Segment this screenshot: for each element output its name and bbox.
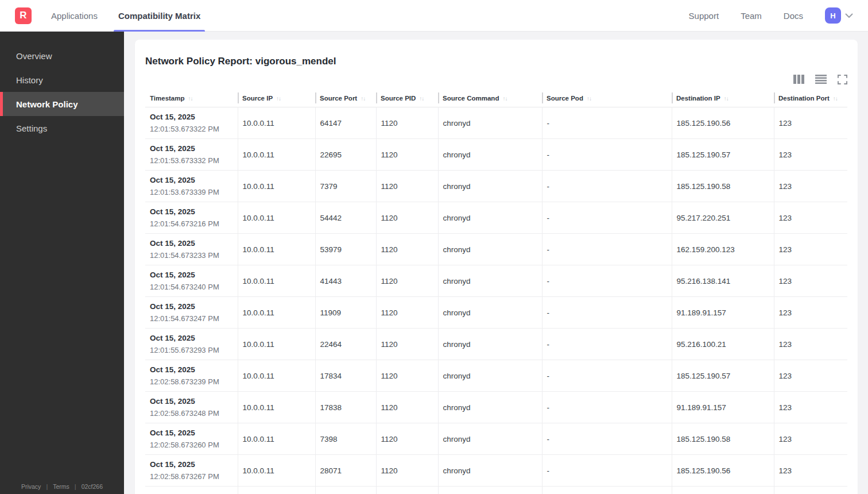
cell-source-ip: 10.0.0.11 bbox=[238, 423, 315, 455]
column-header-source-ip[interactable]: Source IP↑↓ bbox=[238, 92, 315, 107]
footer-divider: | bbox=[46, 483, 48, 490]
sidebar-item-settings[interactable]: Settings bbox=[0, 116, 124, 140]
cell-destination-ip: 95.216.100.21 bbox=[672, 329, 774, 360]
table-row: Oct 15, 2025 12:01:53.673322 PM 10.0.0.1… bbox=[145, 107, 847, 139]
chevron-down-icon[interactable] bbox=[845, 10, 853, 21]
table-row: Oct 15, 2025 12:01:54.673247 PM 10.0.0.1… bbox=[145, 297, 847, 329]
column-header-destination-port[interactable]: Destination Port↑↓ bbox=[774, 92, 847, 107]
sort-icon[interactable]: ↑↓ bbox=[188, 95, 193, 102]
column-header-source-command[interactable]: Source Command↑↓ bbox=[438, 92, 542, 107]
cell-destination-ip: 91.189.91.157 bbox=[672, 297, 774, 329]
cell-source-port: 54442 bbox=[315, 202, 376, 234]
privacy-link[interactable]: Privacy bbox=[21, 483, 41, 490]
cell-source-command: chronyd bbox=[438, 107, 542, 139]
column-header-timestamp[interactable]: Timestamp↑↓ bbox=[145, 92, 238, 107]
cell-source-pod: - bbox=[542, 329, 672, 360]
cell-source-pod: - bbox=[542, 202, 672, 234]
cell-source-ip: 10.0.0.11 bbox=[238, 392, 315, 423]
avatar[interactable]: H bbox=[825, 7, 841, 24]
cell-source-pid: 1120 bbox=[376, 360, 438, 392]
cell-source-pod: - bbox=[542, 171, 672, 202]
cell-timestamp: Oct 15, 2025 12:01:54.673247 PM bbox=[145, 297, 238, 329]
cell-source-pid: 1120 bbox=[376, 265, 438, 297]
terms-link[interactable]: Terms bbox=[53, 483, 69, 490]
column-label: Source IP bbox=[242, 95, 273, 102]
tab-compatibility-matrix[interactable]: Compatibility Matrix bbox=[118, 0, 200, 32]
cell-destination-port: 123 bbox=[774, 360, 847, 392]
cell-source-pod: - bbox=[542, 360, 672, 392]
column-header-source-pod[interactable]: Source Pod↑↓ bbox=[542, 92, 672, 107]
app-logo[interactable]: R bbox=[15, 7, 32, 24]
sort-icon[interactable]: ↑↓ bbox=[833, 95, 838, 102]
table-header: Timestamp↑↓ Source IP↑↓ Source Port↑↓ So… bbox=[145, 92, 847, 107]
top-navbar: R Applications Compatibility Matrix Supp… bbox=[0, 0, 868, 32]
navbar-right: Support Team Docs H bbox=[689, 7, 853, 24]
sidebar-item-network-policy[interactable]: Network Policy bbox=[0, 92, 124, 116]
table-row: Oct 15, 2025 12:02:58.673248 PM 10.0.0.1… bbox=[145, 392, 847, 423]
columns-view-icon[interactable] bbox=[793, 75, 804, 84]
sidebar-item-overview[interactable]: Overview bbox=[0, 44, 124, 68]
nav-link-docs[interactable]: Docs bbox=[784, 11, 803, 21]
user-menu[interactable]: H bbox=[825, 7, 853, 24]
cell-source-command: chronyd bbox=[438, 455, 542, 487]
column-label: Source PID bbox=[381, 95, 416, 102]
nav-link-support[interactable]: Support bbox=[689, 11, 719, 21]
cell-source-pid bbox=[376, 487, 438, 494]
sidebar-nav: Overview History Network Policy Settings bbox=[0, 44, 124, 140]
cell-source-ip: 10.0.0.11 bbox=[238, 139, 315, 171]
cell-source-pod: - bbox=[542, 423, 672, 455]
cell-timestamp: Oct 15, 2025 12:01:54.673216 PM bbox=[145, 202, 238, 234]
network-policy-table: Timestamp↑↓ Source IP↑↓ Source Port↑↓ So… bbox=[145, 92, 847, 494]
cell-source-pid: 1120 bbox=[376, 392, 438, 423]
cell-source-pid: 1120 bbox=[376, 202, 438, 234]
cell-source-port: 11909 bbox=[315, 297, 376, 329]
cell-source-pod bbox=[542, 487, 672, 494]
cell-destination-port: 123 bbox=[774, 297, 847, 329]
sort-icon[interactable]: ↑↓ bbox=[724, 95, 728, 102]
cell-source-command: chronyd bbox=[438, 171, 542, 202]
cell-source-ip: 10.0.0.11 bbox=[238, 265, 315, 297]
sidebar-item-history[interactable]: History bbox=[0, 68, 124, 92]
cell-source-port: 28071 bbox=[315, 455, 376, 487]
column-header-source-port[interactable]: Source Port↑↓ bbox=[315, 92, 376, 107]
cell-source-command: chronyd bbox=[438, 360, 542, 392]
list-view-icon[interactable] bbox=[815, 75, 827, 84]
sort-icon[interactable]: ↑↓ bbox=[502, 95, 507, 102]
build-id: 02cf266 bbox=[82, 483, 103, 490]
cell-timestamp: Oct 15, 2025 12:01:53.673339 PM bbox=[145, 171, 238, 202]
nav-link-team[interactable]: Team bbox=[741, 11, 762, 21]
table-row: Oct 15, 2025 12:01:54.673216 PM 10.0.0.1… bbox=[145, 202, 847, 234]
column-label: Destination IP bbox=[676, 95, 720, 102]
column-label: Timestamp bbox=[150, 95, 185, 102]
cell-source-pod: - bbox=[542, 297, 672, 329]
cell-destination-ip: 162.159.200.123 bbox=[672, 234, 774, 265]
tab-applications[interactable]: Applications bbox=[51, 0, 98, 32]
cell-source-pid: 1120 bbox=[376, 139, 438, 171]
sort-icon[interactable]: ↑↓ bbox=[419, 95, 424, 102]
table-row: Oct 15, 2025 12:01:55.673293 PM 10.0.0.1… bbox=[145, 329, 847, 360]
cell-destination-ip: 185.125.190.56 bbox=[672, 455, 774, 487]
cell-source-port: 22464 bbox=[315, 329, 376, 360]
cell-destination-port: 123 bbox=[774, 234, 847, 265]
sort-icon[interactable]: ↑↓ bbox=[361, 95, 365, 102]
cell-source-port: 7398 bbox=[315, 423, 376, 455]
sort-icon[interactable]: ↑↓ bbox=[587, 95, 591, 102]
cell-source-pod: - bbox=[542, 392, 672, 423]
primary-tabs: Applications Compatibility Matrix bbox=[51, 0, 200, 32]
cell-source-port: 17834 bbox=[315, 360, 376, 392]
table-row: Oct 15, 2025 12:02:58.673267 PM 10.0.0.1… bbox=[145, 455, 847, 487]
cell-source-port: 22695 bbox=[315, 139, 376, 171]
cell-source-pid: 1120 bbox=[376, 171, 438, 202]
sort-icon[interactable]: ↑↓ bbox=[276, 95, 281, 102]
cell-source-ip: 10.0.0.11 bbox=[238, 202, 315, 234]
cell-timestamp: Oct 15, 2025 12:02:58.673267 PM bbox=[145, 455, 238, 487]
cell-source-pod: - bbox=[542, 455, 672, 487]
cell-source-command: chronyd bbox=[438, 297, 542, 329]
column-label: Destination Port bbox=[778, 95, 830, 102]
cell-destination-ip: 91.189.91.157 bbox=[672, 392, 774, 423]
column-header-source-pid[interactable]: Source PID↑↓ bbox=[376, 92, 438, 107]
fullscreen-icon[interactable] bbox=[838, 75, 847, 84]
column-header-destination-ip[interactable]: Destination IP↑↓ bbox=[672, 92, 774, 107]
cell-source-command: chronyd bbox=[438, 265, 542, 297]
sidebar-footer: Privacy | Terms | 02cf266 bbox=[0, 483, 124, 490]
